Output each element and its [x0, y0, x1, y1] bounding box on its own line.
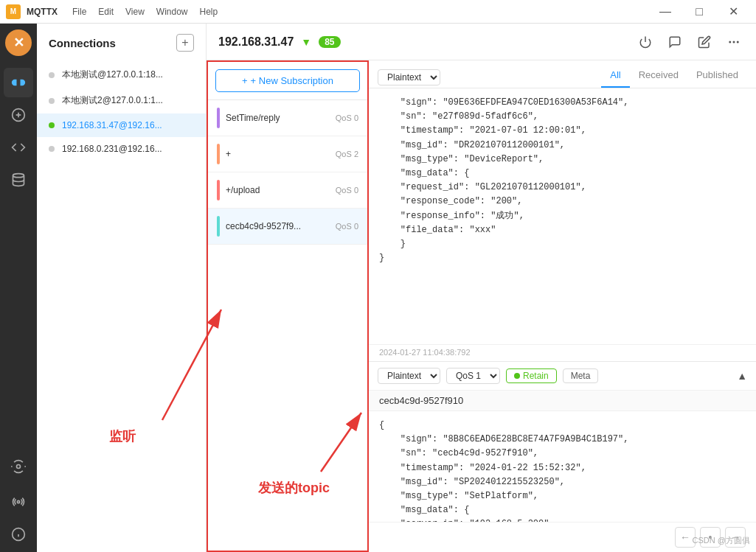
publish-body[interactable]: { "sign": "8B8C6EAD6E28BC8E74A7F9A9B4C1B… — [369, 411, 756, 522]
sub-qos-3: QoS 0 — [336, 222, 358, 231]
retain-button[interactable]: Retain — [506, 368, 557, 383]
maximize-button[interactable]: □ — [682, 0, 716, 24]
sub-item-left-0: SetTime/reply — [217, 108, 280, 128]
sub-item-left-1: + — [217, 144, 231, 164]
app-sidebar-logo: ✕ — [5, 29, 32, 56]
sub-topic-name-3: cecb4c9d-9527f9... — [226, 221, 301, 231]
new-subscription-label: + New Subscription — [251, 75, 333, 86]
menu-edit[interactable]: Edit — [98, 7, 114, 17]
connection-item-3[interactable]: 192.168.0.231@192.16... — [37, 137, 206, 161]
sidebar-icon-broadcast[interactable] — [4, 487, 33, 517]
message-timestamp: 2024-01-27 11:04:38:792 — [369, 344, 756, 361]
sub-qos-0: QoS 0 — [336, 113, 358, 122]
minimize-button[interactable]: — — [648, 0, 682, 24]
subscription-panel: + + New Subscription SetTime/reply QoS 0 — [207, 60, 369, 552]
menu-help[interactable]: Help — [200, 7, 218, 17]
subscription-item-1[interactable]: + QoS 2 — [208, 136, 367, 172]
sub-item-left-2: +/upload — [217, 180, 260, 200]
sub-color-indicator-1 — [217, 144, 220, 164]
sidebar-icon-code[interactable] — [4, 133, 33, 162]
message-tabs: Plaintext All Received Published — [369, 60, 756, 88]
tab-all[interactable]: All — [601, 66, 629, 88]
menu-view[interactable]: View — [125, 7, 145, 17]
received-message-text: "sign": "09E636EFDFEA947C0ED16300A53F6A1… — [379, 96, 746, 265]
sidebar-icon-new[interactable] — [4, 100, 33, 130]
publish-toolbar: Plaintext QoS 1 Retain Meta ▲ — [369, 362, 756, 391]
connection-status-dot-0 — [49, 72, 55, 78]
svg-point-9 — [729, 41, 731, 43]
connection-status-dot-2 — [49, 122, 55, 128]
app-body: ✕ Connections + 本地测试 — [0, 24, 756, 552]
message-area: Plaintext All Received Published "sign":… — [369, 60, 756, 552]
tab-published[interactable]: Published — [687, 66, 747, 88]
meta-button[interactable]: Meta — [563, 368, 599, 383]
close-button[interactable]: ✕ — [716, 0, 750, 24]
publish-qos-select[interactable]: QoS 1 — [446, 368, 500, 384]
svg-point-3 — [13, 174, 24, 178]
svg-point-5 — [17, 500, 19, 503]
connection-item-1[interactable]: 本地测试2@127.0.0.1:1... — [37, 88, 206, 113]
connection-name-2: 192.168.31.47@192.16... — [62, 120, 162, 130]
retain-label: Retain — [523, 371, 549, 381]
connection-chevron-icon: ▼ — [301, 36, 311, 48]
publish-collapse-button[interactable]: ▲ — [737, 370, 747, 382]
chat-button[interactable] — [665, 32, 685, 52]
sub-qos-2: QoS 0 — [336, 186, 358, 195]
new-subscription-button[interactable]: + + New Subscription — [215, 69, 360, 92]
svg-point-4 — [17, 465, 21, 469]
connections-title: Connections — [49, 37, 116, 49]
publish-topic[interactable]: cecb4c9d-9527f910 — [369, 391, 756, 411]
power-button[interactable] — [635, 32, 656, 52]
connection-status-dot-3 — [49, 146, 55, 152]
retain-dot-icon — [514, 373, 520, 379]
add-connection-button[interactable]: + — [176, 34, 194, 52]
publish-section: Plaintext QoS 1 Retain Meta ▲ cecb4c9d-9… — [369, 362, 756, 552]
menu-bar: File Edit View Window Help — [72, 7, 218, 17]
sub-topic-name-0: SetTime/reply — [226, 113, 280, 123]
connection-list: 本地测试@127.0.0.1:18... 本地测试2@127.0.0.1:1..… — [37, 59, 206, 552]
window-controls: — □ ✕ — [648, 0, 750, 24]
icon-sidebar: ✕ — [0, 24, 37, 552]
main-content: 192.168.31.47 ▼ 85 — [207, 24, 756, 552]
svg-point-10 — [733, 41, 735, 43]
subscription-item-2[interactable]: +/upload QoS 0 — [208, 172, 367, 209]
message-format-select[interactable]: Plaintext — [378, 69, 440, 85]
plus-icon: + — [242, 75, 248, 86]
edit-button[interactable] — [694, 32, 715, 52]
connection-host: 192.168.31.47 — [218, 35, 294, 49]
menu-file[interactable]: File — [72, 7, 86, 17]
sidebar-icon-connections[interactable] — [4, 68, 33, 97]
sub-item-left-3: cecb4c9d-9527f9... — [217, 216, 301, 237]
connection-name-3: 192.168.0.231@192.16... — [62, 144, 162, 154]
connection-item-0[interactable]: 本地测试@127.0.0.1:18... — [37, 62, 206, 88]
connection-name-0: 本地测试@127.0.0.1:18... — [62, 69, 163, 81]
publish-body-text: { "sign": "8B8C6EAD6E28BC8E74A7F9A9B4C1B… — [379, 419, 746, 522]
sub-color-indicator-0 — [217, 108, 220, 128]
sub-topic-name-1: + — [226, 149, 231, 159]
subscription-header: + + New Subscription — [208, 62, 367, 100]
split-view: + + New Subscription SetTime/reply QoS 0 — [207, 60, 756, 552]
sub-topic-name-2: +/upload — [226, 185, 260, 195]
tab-received[interactable]: Received — [630, 66, 687, 88]
titlebar: M MQTTX File Edit View Window Help — □ ✕ — [0, 0, 756, 24]
subscription-item-0[interactable]: SetTime/reply QoS 0 — [208, 100, 367, 136]
sidebar-icon-storage[interactable] — [4, 165, 33, 195]
connection-name-1: 本地测试2@127.0.0.1:1... — [62, 94, 163, 107]
sidebar-icon-settings[interactable] — [4, 452, 33, 481]
watermark: CSDN @方圆俱 — [693, 535, 750, 546]
more-button[interactable] — [724, 32, 744, 52]
sub-qos-1: QoS 2 — [336, 150, 358, 158]
sub-color-indicator-3 — [217, 216, 220, 237]
subscription-item-3[interactable]: cecb4c9d-9527f9... QoS 0 — [208, 209, 367, 245]
sidebar-icon-info[interactable] — [4, 520, 33, 549]
svg-point-11 — [737, 41, 739, 43]
connections-panel: Connections + 本地测试@127.0.0.1:18... 本地测试2… — [37, 24, 207, 552]
subscription-list: SetTime/reply QoS 0 + QoS 2 — [208, 100, 367, 551]
main-header: 192.168.31.47 ▼ 85 — [207, 24, 756, 60]
app-logo: M — [6, 4, 21, 19]
publish-format-select[interactable]: Plaintext — [378, 368, 440, 384]
received-message-content: "sign": "09E636EFDFEA947C0ED16300A53F6A1… — [369, 88, 756, 344]
connection-item-2[interactable]: 192.168.31.47@192.16... — [37, 113, 206, 137]
menu-window[interactable]: Window — [156, 7, 188, 17]
message-count-badge: 85 — [319, 36, 340, 48]
